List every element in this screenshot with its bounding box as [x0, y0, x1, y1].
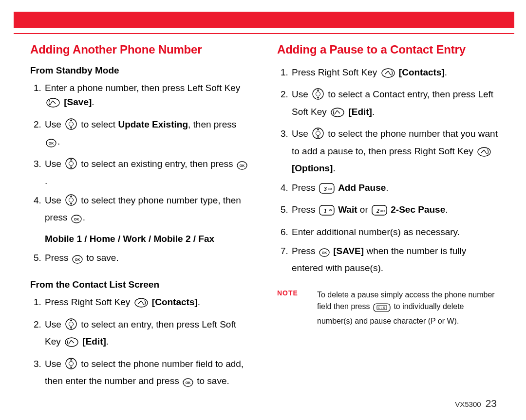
left-title: Adding Another Phone Number: [30, 43, 251, 56]
ok-key-icon: OK: [71, 213, 82, 227]
step: Press 3def Add Pause.: [291, 181, 498, 198]
svg-point-40: [316, 131, 320, 136]
bold-options: [Options]: [292, 163, 333, 173]
nav-wheel-icon: [65, 118, 77, 134]
svg-text:CLR: CLR: [378, 306, 386, 310]
right-softkey-icon: [134, 297, 149, 312]
page-footer: VX5300 23: [455, 398, 497, 409]
text: Enter a phone number, then press Left So…: [45, 83, 240, 93]
nav-wheel-icon: [65, 357, 77, 374]
period: .: [83, 212, 85, 222]
model-number: VX5300: [455, 400, 481, 408]
right-softkey-icon: [381, 68, 395, 82]
clr-key-icon: CLR: [373, 303, 391, 315]
nav-wheel-icon: [65, 157, 77, 174]
right-column: Adding a Pause to a Contact Entry Press …: [277, 43, 498, 391]
period: .: [333, 163, 335, 173]
text: Press: [45, 253, 71, 263]
steps-standby: Enter a phone number, then press Left So…: [30, 81, 251, 268]
period: .: [106, 336, 109, 347]
svg-point-28: [69, 361, 74, 365]
period: .: [386, 183, 388, 193]
keypad-1-icon: 1✉: [319, 205, 335, 219]
content-columns: Adding Another Phone Number From Standby…: [30, 43, 498, 391]
svg-text:✉: ✉: [329, 208, 332, 212]
step: Use to select the phone number that you …: [291, 127, 498, 175]
period: .: [445, 204, 448, 215]
period: .: [92, 97, 94, 107]
header-rule: [14, 33, 514, 34]
period: .: [45, 176, 47, 186]
svg-rect-44: [319, 183, 334, 193]
steps-pause: Press Right Soft Key [Contacts]. Use to …: [277, 65, 498, 275]
text: Use: [45, 359, 64, 369]
text: Press Right Soft Key: [292, 67, 380, 77]
bold-addpause: Add Pause: [338, 183, 386, 193]
steps-contactlist: Press Right Soft Key [Contacts]. Use to …: [30, 295, 251, 391]
text: to save.: [197, 376, 229, 386]
step: Press OK to save.: [44, 251, 251, 268]
subhead-standby: From Standby Mode: [30, 65, 251, 76]
step: Press Right Soft Key [Contacts].: [44, 295, 251, 312]
period: .: [372, 107, 375, 117]
right-softkey-icon: [477, 146, 491, 161]
ok-key-icon: OK: [319, 247, 330, 261]
header-band: [14, 12, 514, 28]
period: .: [198, 297, 200, 307]
bold-wait: Wait: [338, 204, 357, 215]
svg-text:2: 2: [376, 207, 379, 214]
nav-wheel-icon: [65, 194, 77, 210]
ok-key-icon: OK: [46, 137, 56, 151]
note-text: To delete a pause simply access the phon…: [317, 289, 498, 327]
ok-key-icon: OK: [72, 254, 83, 268]
step: Use to select the phone number field to …: [44, 357, 251, 391]
nav-wheel-icon: [312, 88, 324, 104]
bold-edit: [Edit]: [348, 107, 372, 117]
right-title: Adding a Pause to a Contact Entry: [277, 43, 498, 56]
subhead-contactlist: From the Contact List Screen: [30, 279, 251, 290]
nav-wheel-icon: [65, 318, 77, 334]
keypad-3-icon: 3def: [319, 183, 335, 198]
bold-contacts: [Contacts]: [399, 67, 445, 77]
svg-text:1: 1: [324, 207, 327, 214]
svg-text:def: def: [328, 187, 332, 190]
svg-point-35: [316, 92, 320, 96]
text: Use: [45, 195, 64, 205]
svg-point-8: [69, 161, 74, 165]
period: .: [445, 67, 447, 77]
text: Press: [292, 183, 318, 193]
page-number: 23: [486, 398, 497, 409]
text: Press: [292, 204, 318, 215]
step: Use to select a Contact entry, then pres…: [291, 87, 498, 122]
svg-text:OK: OK: [240, 164, 245, 167]
svg-point-14: [69, 198, 74, 202]
step: Use to select an existing entry, then pr…: [44, 157, 251, 188]
svg-point-23: [69, 322, 74, 326]
text: to select an existing entry, then press: [81, 159, 236, 169]
keypad-2-icon: 2abc: [372, 205, 387, 219]
left-softkey-icon: [330, 107, 345, 122]
svg-text:OK: OK: [186, 381, 191, 384]
svg-text:3: 3: [323, 185, 327, 192]
bold-contacts: [Contacts]: [152, 297, 198, 307]
svg-text:OK: OK: [74, 218, 79, 221]
text: , then press: [188, 119, 236, 129]
text: Press: [292, 246, 318, 256]
text: Enter additional number(s) as necessary.: [292, 227, 460, 237]
text: to select: [81, 119, 118, 129]
note-block: NOTE To delete a pause simply access the…: [277, 289, 498, 327]
ok-key-icon: OK: [183, 377, 193, 391]
period: .: [57, 136, 60, 146]
bold-save: [SAVE]: [333, 246, 364, 256]
svg-text:OK: OK: [75, 258, 80, 261]
number-types: Mobile 1 / Home / Work / Mobile 2 / Fax: [45, 232, 251, 246]
step: Press Right Soft Key [Contacts].: [291, 65, 498, 82]
text: Use: [45, 159, 64, 169]
note-label: NOTE: [277, 289, 302, 297]
text: Use: [45, 119, 64, 129]
step: Use to select an entry, then press Left …: [44, 317, 251, 352]
step: Use to select they phone number type, th…: [44, 193, 251, 246]
svg-text:abc: abc: [380, 209, 385, 212]
left-softkey-icon: [46, 97, 60, 112]
ok-key-icon: OK: [237, 160, 247, 174]
